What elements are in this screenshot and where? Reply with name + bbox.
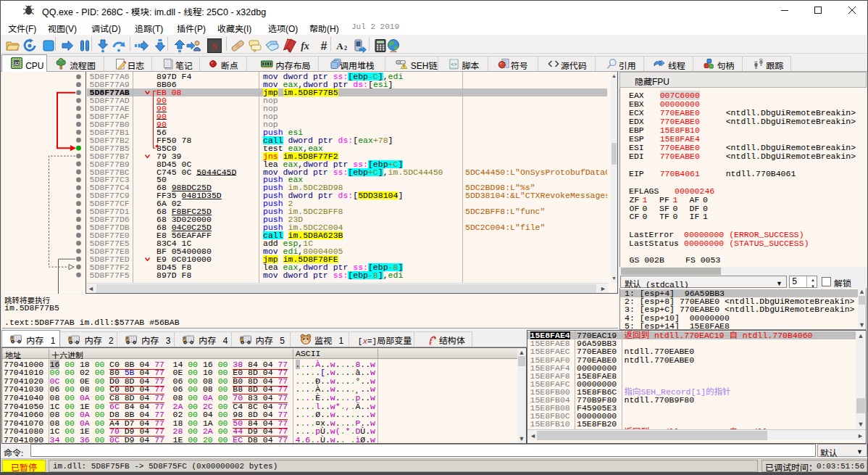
- svg-text:32: 32: [14, 61, 20, 66]
